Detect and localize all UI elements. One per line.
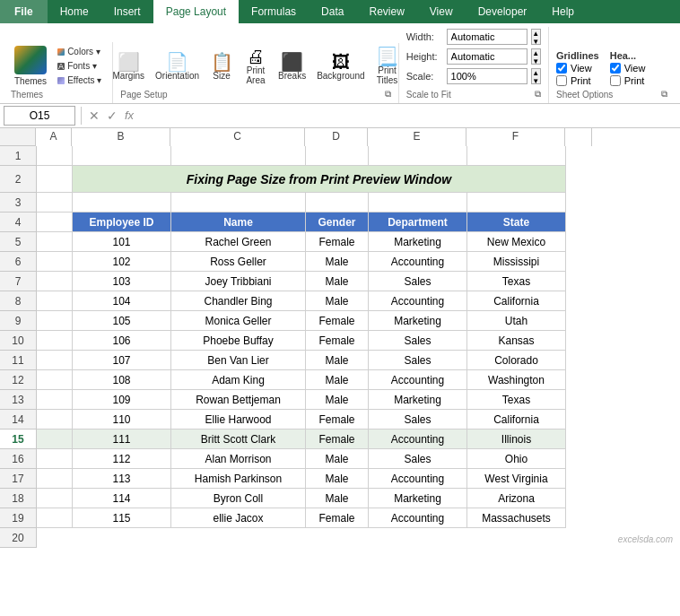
height-input[interactable] [447,48,527,65]
headings-header: Hea... [610,50,646,61]
cell-f3[interactable] [467,193,566,213]
width-spinner[interactable]: ▲▼ [531,29,541,45]
row-header-1[interactable]: 1 [0,146,36,166]
tab-file[interactable]: File [0,0,48,23]
cell-b3[interactable] [73,193,171,213]
breaks-button[interactable]: ⬛ Breaks [274,50,310,83]
row-header-7[interactable]: 7 [0,272,36,291]
gridlines-view-checkbox[interactable] [556,63,567,74]
print-titles-label: PrintTitles [377,65,398,85]
col-header-d[interactable]: D [305,128,368,146]
cell-d1[interactable] [306,146,369,166]
row-header-6[interactable]: 6 [0,252,36,272]
row-header-19[interactable]: 19 [0,508,36,528]
scale-spinner[interactable]: ▲▼ [531,68,541,84]
effects-button[interactable]: Effects ▾ [54,74,105,87]
table-row: 112 Alan Morrison Male Sales Ohio [37,449,566,469]
cell-c4[interactable]: Name [171,213,306,232]
gridlines-print-label: Print [571,75,591,86]
row-header-12[interactable]: 12 [0,370,36,390]
headings-view-label: View [624,63,646,74]
cell-a4[interactable] [37,213,73,232]
tab-home[interactable]: Home [48,0,101,23]
cell-c3[interactable] [171,193,306,213]
row-header-20[interactable]: 20 [0,528,36,548]
headings-view-checkbox[interactable] [610,63,621,74]
ribbon-body: Themes Colors ▾ A Fonts ▾ Effects ▾ Them… [0,23,680,104]
colors-button[interactable]: Colors ▾ [54,45,105,58]
confirm-formula-icon[interactable]: ✓ [105,108,119,123]
cell-title[interactable]: Fixing Page Size from Print Preview Wind… [73,166,566,193]
cell-f4[interactable]: State [467,213,566,232]
tab-view[interactable]: View [417,0,466,23]
print-area-button[interactable]: 🖨 PrintArea [240,45,272,88]
print-titles-icon: 📃 [376,48,398,65]
row-header-4[interactable]: 4 [0,213,36,232]
fonts-button[interactable]: A Fonts ▾ [54,59,105,73]
row-header-5[interactable]: 5 [0,232,36,252]
cell-reference-box[interactable] [4,106,75,126]
cell-c1[interactable] [171,146,306,166]
scale-row: Scale: ▲▼ [406,68,541,84]
row-header-13[interactable]: 13 [0,390,36,410]
table-row: Employee ID Name Gender Department State [37,213,566,232]
gridlines-print-checkbox[interactable] [556,75,567,86]
row-header-15[interactable]: 15 [0,429,36,449]
background-button[interactable]: 🖼 Background [312,50,369,83]
row-header-11[interactable]: 11 [0,351,36,370]
tab-insert[interactable]: Insert [101,0,153,23]
themes-sub-buttons: Colors ▾ A Fonts ▾ Effects ▾ [54,45,105,87]
tab-page-layout[interactable]: Page Layout [153,0,239,23]
page-setup-dialog-launcher[interactable]: ⧉ [385,89,391,100]
width-input[interactable] [447,29,527,45]
cell-b1[interactable] [73,146,171,166]
scale-label: Scale: [406,71,443,82]
cell-f1[interactable] [467,146,566,166]
tab-review[interactable]: Review [356,0,416,23]
orientation-button[interactable]: 📄 Orientation [151,50,204,83]
row-header-3[interactable]: 3 [0,193,36,213]
tab-developer[interactable]: Developer [466,0,540,23]
cell-d4[interactable]: Gender [306,213,369,232]
row-header-9[interactable]: 9 [0,311,36,331]
cell-d3[interactable] [306,193,369,213]
cell-a1[interactable] [37,146,73,166]
tab-data[interactable]: Data [309,0,356,23]
cell-e3[interactable] [369,193,467,213]
table-row: 102 Ross Geller Male Accounting Mississi… [37,252,566,272]
row-header-10[interactable]: 10 [0,331,36,351]
headings-view-row: View [610,63,646,74]
formula-input[interactable] [139,106,676,126]
size-icon: 📋 [211,53,233,71]
themes-big-icon[interactable]: Themes [11,44,50,88]
row-header-16[interactable]: 16 [0,449,36,469]
row-header-8[interactable]: 8 [0,291,36,311]
cell-e1[interactable] [369,146,467,166]
height-spinner[interactable]: ▲▼ [531,48,541,65]
scale-input[interactable] [447,68,527,84]
row-header-18[interactable]: 18 [0,489,36,508]
col-header-b[interactable]: B [72,128,170,146]
col-header-e[interactable]: E [368,128,466,146]
tab-formulas[interactable]: Formulas [239,0,309,23]
sheet-options-dialog-launcher[interactable]: ⧉ [661,89,667,100]
cell-a2[interactable] [37,166,73,193]
tab-help[interactable]: Help [539,0,587,23]
sheet-options-group: Gridlines View Print Hea... View [549,48,675,103]
size-button[interactable]: 📋 Size [205,50,238,83]
cell-a3[interactable] [37,193,73,213]
cell-e4[interactable]: Department [369,213,467,232]
row-header-2[interactable]: 2 [0,166,36,193]
margins-button[interactable]: ⬜ Margins [109,50,150,83]
insert-function-icon[interactable]: fx [123,108,135,123]
headings-print-checkbox[interactable] [610,75,621,86]
col-header-a[interactable]: A [36,128,72,146]
scale-to-fit-dialog-launcher[interactable]: ⧉ [535,89,541,100]
cancel-formula-icon[interactable]: ✕ [87,108,101,123]
col-header-f[interactable]: F [466,128,565,146]
col-header-g[interactable] [565,128,592,146]
cell-b4[interactable]: Employee ID [73,213,171,232]
row-header-17[interactable]: 17 [0,469,36,489]
col-header-c[interactable]: C [170,128,305,146]
row-header-14[interactable]: 14 [0,410,36,429]
